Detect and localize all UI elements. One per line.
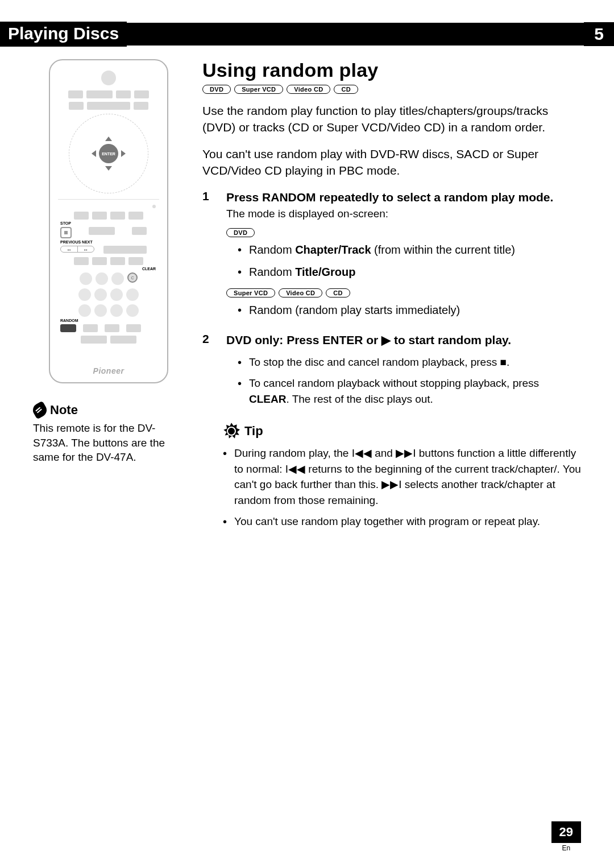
step-1-bullet-2: Random Title/Group [238,264,581,280]
tag-dvd: DVD [202,85,231,94]
tip-bullet-2: You can't use random play together with … [223,514,581,530]
tip-heading: Tip [223,423,581,440]
tag-vcd: Video CD [287,85,330,94]
step-1-title: Press RANDOM repeatedly to select a rand… [226,189,581,205]
page-language: En [551,844,581,852]
next-track-icon-2: ▶▶I [381,478,401,490]
step-2: 2 DVD only: Press ENTER or ▶ to start ra… [202,332,581,412]
stop-icon: ■ [500,356,506,368]
step-1-bullet-1: Random Chapter/Track (from within the cu… [238,242,581,258]
step-1-sub: The mode is displayed on-screen: [226,208,581,220]
intro-para-2: You can't use random play with DVD-RW di… [202,146,581,179]
note-title: Note [50,403,78,418]
stop-button [60,227,72,238]
page-number: 29 [551,821,581,843]
tag-svcd-sub: Super VCD [226,288,275,297]
remote-diagram: ENTER STOP PREVIOUS NEXT ◂◂▸▸ CLEAR C RA… [49,59,168,383]
enter-button: ENTER [99,144,118,163]
note-body: This remote is for the DV-S733A. The but… [33,421,184,465]
note-heading: Note [33,403,184,418]
step-1-num: 1 [202,189,213,324]
tip-title: Tip [244,424,263,439]
brand-logo: Pioneer [93,366,125,375]
step-1-bullet-3: Random (random play starts immediately) [238,302,581,319]
dpad: ENTER [93,138,125,170]
intro-para-1: Use the random play function to play tit… [202,103,581,136]
note-icon [31,401,49,420]
tip-bullet-1: During random play, the I◀◀ and ▶▶I butt… [223,445,581,508]
play-icon: ▶ [381,333,391,346]
header-filler [127,23,584,46]
chapter-header: Playing Discs 5 [0,23,614,46]
tip-icon [223,423,240,440]
tag-cd-sub: CD [326,288,350,297]
tag-svcd: Super VCD [234,85,283,94]
chapter-title: Playing Discs [0,22,127,47]
page-footer: 29 En [551,821,581,852]
step-1: 1 Press RANDOM repeatedly to select a ra… [202,189,581,324]
step-2-bullet-2: To cancel random playback without stoppi… [238,375,581,407]
step-2-title: DVD only: Press ENTER or ▶ to start rand… [226,332,581,348]
stop-label: STOP [60,221,71,225]
random-label: RANDOM [60,319,78,323]
clear-button: C [127,272,138,283]
tag-cd: CD [334,85,358,94]
tag-vcd-sub: Video CD [279,288,322,297]
next-track-icon: ▶▶I [396,447,416,459]
step-2-bullet-1: To stop the disc and cancel random playb… [238,354,581,370]
chapter-number: 5 [584,22,614,46]
prev-next-buttons: ◂◂▸▸ [60,246,94,253]
section-title: Using random play [202,59,581,81]
media-tags-main: DVD Super VCD Video CD CD [202,85,581,94]
clear-label: CLEAR [142,267,156,271]
prev-track-icon: I◀◀ [352,447,372,459]
prev-track-icon-2: I◀◀ [285,463,305,475]
step-2-num: 2 [202,332,213,412]
tag-dvd-sub: DVD [226,228,255,237]
random-button [60,324,76,332]
prevnext-label: PREVIOUS NEXT [60,240,93,244]
